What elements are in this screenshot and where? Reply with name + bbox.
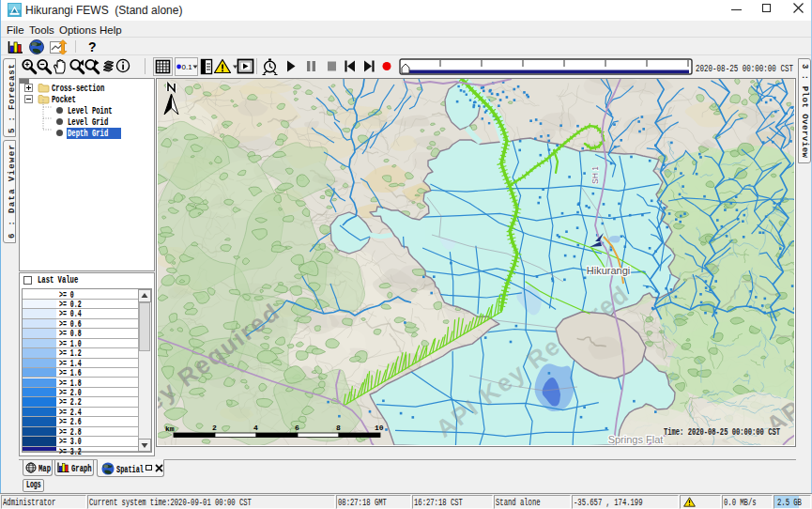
svg-text:3 : Plot Overview: 3 : Plot Overview (800, 64, 809, 159)
svg-text:5 : Forecast: 5 : Forecast (8, 64, 16, 133)
svg-text:SH 1: SH 1 (590, 166, 600, 184)
svg-text:0.1: 0.1 (182, 63, 193, 71)
svg-text:6: 6 (295, 424, 299, 432)
svg-text:2: 2 (212, 424, 217, 432)
svg-text:Springs Flat: Springs Flat (608, 434, 664, 445)
svg-text:8: 8 (336, 424, 341, 432)
svg-text:km: km (165, 424, 175, 433)
svg-text:Hikurangi: Hikurangi (587, 265, 630, 276)
svg-text:6 : Data Viewer: 6 : Data Viewer (8, 145, 16, 239)
svg-text:Time: 2020-08-25 00:00:00 CST: Time: 2020-08-25 00:00:00 CST (664, 426, 780, 438)
svg-text:4: 4 (253, 424, 258, 432)
svg-text:10: 10 (375, 424, 384, 432)
